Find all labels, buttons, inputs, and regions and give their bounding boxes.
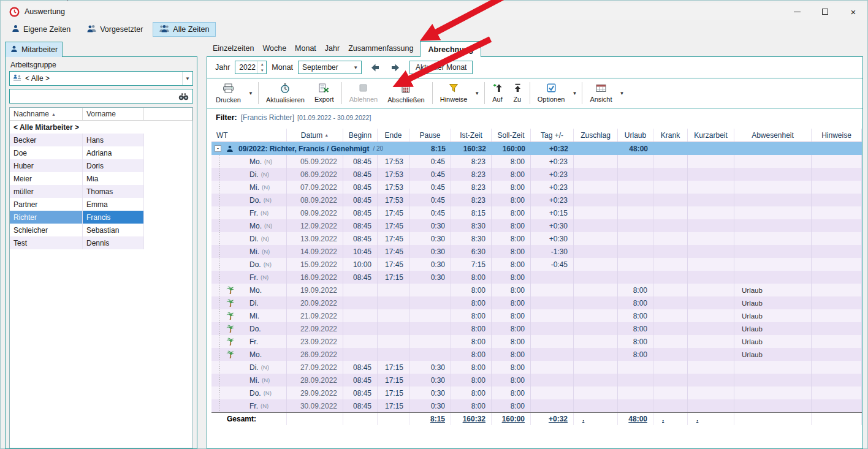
options-dropdown[interactable]: ▼	[569, 80, 579, 107]
soll-zeit: 8:00	[492, 271, 531, 284]
day-row[interactable]: Mo. 26.09.20228:008:008:00Urlaub	[211, 348, 862, 361]
col-wt[interactable]: WT	[211, 129, 287, 141]
col-vorname[interactable]: Vorname	[83, 108, 144, 120]
day-row[interactable]: Mo. (N)12.09.202208:4517:450:308:308:00+…	[211, 219, 862, 232]
ist-zeit: 8:23	[451, 181, 492, 194]
options-button[interactable]: Optionen	[533, 80, 570, 107]
employee-row[interactable]: HuberDoris	[10, 159, 192, 172]
day-row[interactable]: Mi. (N)14.09.202210:4517:450:306:308:00-…	[211, 245, 862, 258]
col-datum[interactable]: Datum▲	[287, 129, 343, 141]
day-row[interactable]: Fr. (N)09.09.202208:4517:450:458:158:00+…	[211, 206, 862, 219]
expand-all-button[interactable]: Auf	[487, 80, 508, 107]
print-dropdown[interactable]: ▼	[246, 80, 256, 107]
employee-row[interactable]: PartnerEmma	[10, 198, 192, 211]
col-pause[interactable]: Pause	[409, 129, 451, 141]
begin-time: 10:00	[343, 258, 378, 271]
col-krank[interactable]: Krank	[653, 129, 688, 141]
tab-alle-zeiten[interactable]: Alle Zeiten	[153, 22, 216, 37]
weekday: Do.	[237, 322, 287, 335]
day-row[interactable]: Do. (N)15.09.202210:0017:450:307:158:00-…	[211, 258, 862, 271]
print-button[interactable]: Drucken	[211, 80, 246, 107]
tab-vorgesetzter[interactable]: Vorgesetzter	[80, 22, 150, 37]
tab-monat[interactable]: Monat	[292, 42, 319, 55]
col-zuschlag[interactable]: Zuschlag	[574, 129, 618, 141]
col-urlaub[interactable]: Urlaub	[618, 129, 653, 141]
day-row[interactable]: Di. 20.09.20228:008:008:00Urlaub	[211, 296, 862, 309]
day-row[interactable]: Do. 22.09.20228:008:008:00Urlaub	[211, 322, 862, 335]
all-employees-row[interactable]: < Alle Mitarbeiter >	[10, 121, 192, 134]
abwesenheit	[734, 374, 812, 387]
close-button[interactable]: ×	[839, 3, 867, 20]
employee-search-input[interactable]	[10, 89, 175, 103]
tab-mitarbeiter[interactable]: Mitarbeiter	[5, 42, 63, 57]
end-time: 17:15	[378, 374, 409, 387]
weekday: Fr. (N)	[237, 206, 287, 219]
view-dropdown[interactable]: ▼	[617, 80, 626, 107]
tab-woche[interactable]: Woche	[259, 42, 289, 55]
tab-eigene-zeiten[interactable]: Eigene Zeiten	[5, 22, 77, 37]
employee-row[interactable]: RichterFrancis	[10, 211, 192, 224]
employee-row[interactable]: TestDennis	[10, 236, 192, 249]
tab-einzelzeiten[interactable]: Einzelzeiten	[210, 42, 257, 55]
workgroup-select[interactable]: < Alle > ▼	[9, 71, 193, 86]
employee-lastname: Richter	[10, 211, 83, 224]
collapse-box[interactable]: -	[215, 145, 221, 152]
employee-row[interactable]: SchleicherSebastian	[10, 224, 192, 236]
hints-button[interactable]: Hinweise	[435, 80, 473, 107]
col-nachname[interactable]: Nachname▲	[10, 108, 83, 120]
day-row[interactable]: Fr. 23.09.20228:008:008:00Urlaub	[211, 335, 862, 348]
employee-row[interactable]: DoeAdriana	[10, 146, 192, 159]
minimize-button[interactable]	[783, 3, 811, 20]
day-row[interactable]: Mi. (N)07.09.202208:4517:530:458:238:00+…	[211, 181, 862, 194]
day-row[interactable]: Di. (N)27.09.202208:4517:150:308:008:00	[211, 361, 862, 374]
col-kurzarbeit[interactable]: Kurzarbeit	[688, 129, 734, 141]
month-select[interactable]: September ▼	[298, 61, 362, 74]
date: 21.09.2022	[287, 309, 343, 322]
employee-row[interactable]: MeierMia	[10, 172, 192, 185]
col-ende[interactable]: Ende	[378, 129, 409, 141]
filter-person: [Francis Richter]	[241, 113, 294, 122]
month-group-row[interactable]: - 09/2022: Richter, Francis / Genehmigt/…	[211, 142, 862, 155]
day-row[interactable]: Do. (N)29.09.202208:4517:150:308:008:00	[211, 387, 862, 399]
day-row[interactable]: Fr. (N)30.09.202208:4517:150:308:008:00	[211, 399, 862, 412]
tab-zusammenfassung[interactable]: Zusammenfassung	[345, 42, 416, 55]
day-row[interactable]: Di. (N)13.09.202208:4517:450:308:308:00+…	[211, 232, 862, 245]
employee-row[interactable]: müllerThomas	[10, 185, 192, 198]
day-row[interactable]: Di. (N)06.09.202208:4517:530:458:238:00+…	[211, 168, 862, 181]
col-soll-zeit[interactable]: Soll-Zeit	[492, 129, 531, 141]
hints-dropdown[interactable]: ▼	[472, 80, 482, 107]
spin-up-icon[interactable]: ▲	[258, 61, 266, 67]
col-abwesenheit[interactable]: Abwesenheit	[734, 129, 812, 141]
day-row[interactable]: Mi. (N)28.09.202208:4517:150:308:008:00	[211, 374, 862, 387]
chevron-down-icon[interactable]: ▼	[182, 72, 192, 85]
tab-jahr[interactable]: Jahr	[322, 42, 343, 55]
employee-row[interactable]: BeckerHans	[10, 134, 192, 146]
total-soll: 160:00	[492, 413, 531, 425]
col-ist-zeit[interactable]: Ist-Zeit	[451, 129, 492, 141]
day-row[interactable]: Do. (N)08.09.202208:4517:530:458:238:00+…	[211, 194, 862, 206]
view-button[interactable]: Ansicht	[585, 80, 617, 107]
employee-lastname: Partner	[10, 198, 83, 211]
collapse-all-button[interactable]: Zu	[508, 80, 527, 107]
soll-zeit: 8:00	[492, 245, 531, 258]
pause	[409, 296, 451, 309]
col-tag-diff[interactable]: Tag +/-	[531, 129, 574, 141]
tab-abrechnung[interactable]: Abrechnung	[420, 41, 481, 57]
current-month-button[interactable]: Aktueller Monat	[409, 61, 473, 74]
day-row[interactable]: Fr. (N)16.09.202208:4517:150:308:008:00	[211, 271, 862, 284]
day-row[interactable]: Mo. 19.09.20228:008:008:00Urlaub	[211, 284, 862, 296]
finalize-button[interactable]: Abschließen	[383, 80, 430, 107]
maximize-button[interactable]	[811, 3, 839, 20]
col-beginn[interactable]: Beginn	[343, 129, 378, 141]
day-row[interactable]: Mi. 21.09.20228:008:008:00Urlaub	[211, 309, 862, 322]
export-button[interactable]: Export	[310, 80, 339, 107]
day-row[interactable]: Mo. (N)05.09.202208:4517:530:458:238:00+…	[211, 155, 862, 168]
col-hinweise[interactable]: Hinweise	[812, 129, 862, 141]
year-spinner[interactable]: 2022 ▲ ▼	[235, 61, 267, 74]
previous-month-button[interactable]	[367, 61, 383, 74]
spin-down-icon[interactable]: ▼	[258, 67, 266, 74]
binoculars-icon[interactable]	[175, 92, 192, 100]
refresh-button[interactable]: Aktualisieren	[261, 80, 310, 107]
next-month-button[interactable]	[387, 61, 403, 74]
weekday: Mi. (N)	[237, 374, 287, 387]
